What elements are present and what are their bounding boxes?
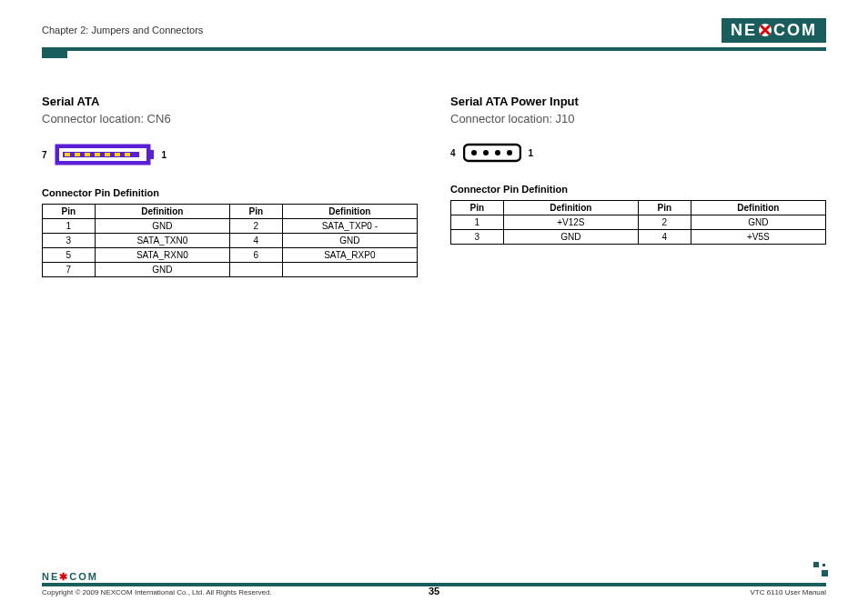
table-row: 3 GND 4 +V5S [451,230,826,245]
pin-label-4: 4 [450,148,456,158]
sata-connector-icon [55,142,155,167]
footer-logo-x-icon: ✱ [59,571,69,582]
svg-rect-17 [813,562,819,567]
header-divider [42,47,826,51]
pin-label-1: 1 [529,148,534,158]
sata-connector-diagram: 7 1 [42,142,418,167]
svg-rect-4 [65,153,70,156]
table-row: 3 SATA_TXN0 4 GND [43,234,418,248]
th-pin: Pin [451,201,504,215]
table-row: 7 GND [43,263,418,277]
section-title-sata: Serial ATA [42,95,418,108]
pin-label-7: 7 [42,150,47,160]
connector-location-power: Connector location: J10 [450,112,826,125]
svg-rect-10 [125,153,130,156]
pin-table-sata: Pin Definition Pin Definition 1 GND 2 SA… [42,204,418,277]
table-header-row: Pin Definition Pin Definition [451,201,826,215]
table-row: 1 GND 2 SATA_TXP0 - [43,219,418,234]
svg-rect-19 [823,564,825,566]
content-area: Serial ATA Connector location: CN6 7 1 C… [42,95,826,277]
nexcom-logo: NE COM [722,18,826,43]
copyright-text: Copyright © 2009 NEXCOM International Co… [42,588,272,596]
th-def: Definition [503,201,638,215]
svg-point-13 [471,150,477,155]
table-title-sata: Connector Pin Definition [42,187,418,198]
serial-ata-power-section: Serial ATA Power Input Connector locatio… [450,95,826,277]
chapter-title: Chapter 2: Jumpers and Connectors [42,25,203,35]
page-number: 35 [429,586,439,596]
pin-table-power: Pin Definition Pin Definition 1 +V12S 2 … [450,200,826,245]
section-title-power: Serial ATA Power Input [450,95,826,108]
svg-point-15 [495,150,500,155]
svg-rect-11 [150,150,154,159]
svg-rect-9 [115,153,120,156]
logo-x-icon [758,23,772,37]
th-pin: Pin [638,201,691,215]
th-def: Definition [282,205,417,219]
manual-name: VTC 6110 User Manual [750,588,826,596]
footer-info-row: Copyright © 2009 NEXCOM International Co… [42,588,826,596]
table-title-power: Connector Pin Definition [450,184,826,195]
svg-rect-8 [105,153,110,156]
footer-decoration-icon [813,562,828,576]
svg-rect-6 [85,153,90,156]
svg-point-14 [483,150,489,155]
footer-logo: NE✱COM [42,571,98,583]
page-footer: NE✱COM Copyright © 2009 NEXCOM Internati… [42,571,826,596]
th-pin: Pin [43,205,96,219]
svg-point-16 [507,150,512,155]
table-row: 1 +V12S 2 GND [451,215,826,230]
connector-location-sata: Connector location: CN6 [42,112,418,125]
th-def: Definition [95,205,229,219]
th-def: Definition [691,201,825,215]
power-connector-icon [463,142,521,164]
svg-rect-18 [822,570,828,576]
pin-label-1: 1 [162,150,167,160]
table-header-row: Pin Definition Pin Definition [43,205,418,219]
serial-ata-section: Serial ATA Connector location: CN6 7 1 C… [42,95,418,277]
svg-rect-7 [95,153,100,156]
svg-rect-5 [75,153,80,156]
th-pin: Pin [229,205,282,219]
power-connector-diagram: 4 1 [450,142,826,164]
page-header: Chapter 2: Jumpers and Connectors NE COM [42,16,826,44]
table-row: 5 SATA_RXN0 6 SATA_RXP0 [43,248,418,263]
